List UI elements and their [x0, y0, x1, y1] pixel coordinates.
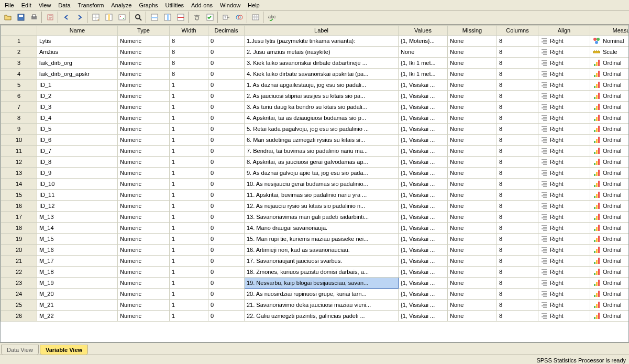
cell-width[interactable]: 8: [170, 36, 208, 47]
cell-align[interactable]: Right: [538, 256, 590, 267]
cell-name[interactable]: M_22: [37, 311, 118, 322]
cell-label[interactable]: 14. Mano draugai savanoriauja.: [245, 223, 399, 234]
cell-width[interactable]: 1: [170, 179, 208, 190]
cell-label[interactable]: 2. As jauciuosi stipriai susijes su kita…: [245, 91, 399, 102]
table-row[interactable]: 9ID_5Numeric105. Retai kada pagalvoju, j…: [1, 124, 630, 135]
cell-columns[interactable]: 8: [497, 69, 538, 80]
cell-missing[interactable]: None: [448, 168, 497, 179]
cell-decimals[interactable]: 0: [208, 157, 245, 168]
cell-label[interactable]: 20. As nuosirdziai rupinuosi grupe, kuri…: [245, 289, 399, 300]
tab-variable-view[interactable]: Variable View: [40, 345, 88, 355]
cell-missing[interactable]: None: [448, 267, 497, 278]
cell-measure[interactable]: Ordinal: [590, 212, 630, 223]
cell-measure[interactable]: Ordinal: [590, 190, 630, 201]
menu-file[interactable]: File: [1, 1, 18, 9]
cell-label[interactable]: 17. Savanoriaujant jauciuosi svarbus.: [245, 256, 399, 267]
print-icon[interactable]: [28, 12, 40, 23]
table-row[interactable]: 10ID_6Numeric106. Man sudetinga uzmegzti…: [1, 135, 630, 146]
cell-align[interactable]: Right: [538, 267, 590, 278]
cell-type[interactable]: Numeric: [118, 300, 170, 311]
row-header[interactable]: 24: [1, 289, 37, 300]
row-header[interactable]: 11: [1, 146, 37, 157]
cell-width[interactable]: 1: [170, 91, 208, 102]
cell-missing[interactable]: None: [448, 58, 497, 69]
cell-name[interactable]: M_14: [37, 223, 118, 234]
undo-icon[interactable]: [60, 12, 72, 23]
value-labels-icon[interactable]: 1: [220, 12, 232, 23]
row-header[interactable]: 26: [1, 311, 37, 322]
table-row[interactable]: 8ID_4Numeric104. Apskritai, tai as dziau…: [1, 113, 630, 124]
cell-decimals[interactable]: 0: [208, 168, 245, 179]
cell-measure[interactable]: Ordinal: [590, 300, 630, 311]
insert-case-icon[interactable]: [148, 12, 160, 23]
split-file-icon[interactable]: [174, 12, 186, 23]
cell-name[interactable]: laik_dirb_org: [37, 58, 118, 69]
col-header-measure[interactable]: Measure: [590, 26, 630, 36]
cell-values[interactable]: {1, Visiskai ...: [399, 146, 448, 157]
menu-utilities[interactable]: Utilities: [162, 1, 187, 9]
cell-values[interactable]: {1, Visiskai ...: [399, 201, 448, 212]
cell-type[interactable]: Numeric: [118, 102, 170, 113]
cell-decimals[interactable]: 0: [208, 289, 245, 300]
cell-columns[interactable]: 8: [497, 102, 538, 113]
cell-decimals[interactable]: 0: [208, 179, 245, 190]
spellcheck-icon[interactable]: abc: [266, 12, 278, 23]
cell-missing[interactable]: None: [448, 311, 497, 322]
cell-measure[interactable]: Ordinal: [590, 146, 630, 157]
table-row[interactable]: 19M_15Numeric1015. Man rupi tie, kuriems…: [1, 234, 630, 245]
cell-name[interactable]: M_20: [37, 289, 118, 300]
save-icon[interactable]: [15, 12, 27, 23]
menu-data[interactable]: Data: [54, 1, 74, 9]
cell-measure[interactable]: Ordinal: [590, 69, 630, 80]
open-icon[interactable]: [2, 12, 14, 23]
table-row[interactable]: 5ID_1Numeric101. As daznai apgailestauju…: [1, 80, 630, 91]
cell-name[interactable]: ID_4: [37, 113, 118, 124]
weight-cases-icon[interactable]: [191, 12, 203, 23]
cell-decimals[interactable]: 0: [208, 223, 245, 234]
cell-label[interactable]: 9. As daznai galvoju apie tai, jog esu s…: [245, 168, 399, 179]
cell-align[interactable]: Right: [538, 80, 590, 91]
goto-case-icon[interactable]: [90, 12, 102, 23]
cell-name[interactable]: ID_11: [37, 190, 118, 201]
cell-name[interactable]: M_15: [37, 234, 118, 245]
cell-label[interactable]: 7. Bendrai, tai buvimas sio padalinio na…: [245, 146, 399, 157]
cell-type[interactable]: Numeric: [118, 190, 170, 201]
cell-width[interactable]: 1: [170, 267, 208, 278]
table-row[interactable]: 15ID_11Numeric1011. Apskritai, buvimas s…: [1, 190, 630, 201]
col-header-decimals[interactable]: Decimals: [208, 26, 245, 36]
cell-align[interactable]: Right: [538, 124, 590, 135]
cell-label[interactable]: 22. Galiu uzmegzti pazintis, galincias p…: [245, 311, 399, 322]
cell-label[interactable]: 8. Apskritai, as jauciuosi gerai galvoda…: [245, 157, 399, 168]
cell-decimals[interactable]: 0: [208, 47, 245, 58]
cell-values[interactable]: {1, Visiskai ...: [399, 168, 448, 179]
cell-name[interactable]: M_18: [37, 267, 118, 278]
cell-label[interactable]: 5. Retai kada pagalvoju, jog esu sio pad…: [245, 124, 399, 135]
cell-name[interactable]: M_17: [37, 256, 118, 267]
cell-type[interactable]: Numeric: [118, 80, 170, 91]
cell-measure[interactable]: Ordinal: [590, 256, 630, 267]
cell-missing[interactable]: None: [448, 278, 497, 289]
table-row[interactable]: 11ID_7Numeric107. Bendrai, tai buvimas s…: [1, 146, 630, 157]
table-row[interactable]: 24M_20Numeric1020. As nuosirdziai rupinu…: [1, 289, 630, 300]
cell-missing[interactable]: None: [448, 289, 497, 300]
cell-name[interactable]: ID_10: [37, 179, 118, 190]
cell-type[interactable]: Numeric: [118, 245, 170, 256]
cell-columns[interactable]: 8: [497, 300, 538, 311]
cell-align[interactable]: Right: [538, 300, 590, 311]
cell-values[interactable]: {1, Visiskai ...: [399, 102, 448, 113]
cell-measure[interactable]: Ordinal: [590, 135, 630, 146]
cell-type[interactable]: Numeric: [118, 69, 170, 80]
cell-align[interactable]: Right: [538, 102, 590, 113]
cell-values[interactable]: {1, Visiskai ...: [399, 245, 448, 256]
cell-columns[interactable]: 8: [497, 212, 538, 223]
menu-transform[interactable]: Transform: [74, 1, 108, 9]
cell-label[interactable]: 15. Man rupi tie, kuriems maziau pasisek…: [245, 234, 399, 245]
cell-width[interactable]: 1: [170, 102, 208, 113]
cell-missing[interactable]: None: [448, 234, 497, 245]
row-header[interactable]: 18: [1, 223, 37, 234]
cell-label[interactable]: 1.Jusu lytis (pazymekite tinkama variant…: [245, 36, 399, 47]
cell-type[interactable]: Numeric: [118, 267, 170, 278]
cell-missing[interactable]: None: [448, 113, 497, 124]
cell-decimals[interactable]: 0: [208, 146, 245, 157]
col-header-label[interactable]: Label: [245, 26, 399, 36]
